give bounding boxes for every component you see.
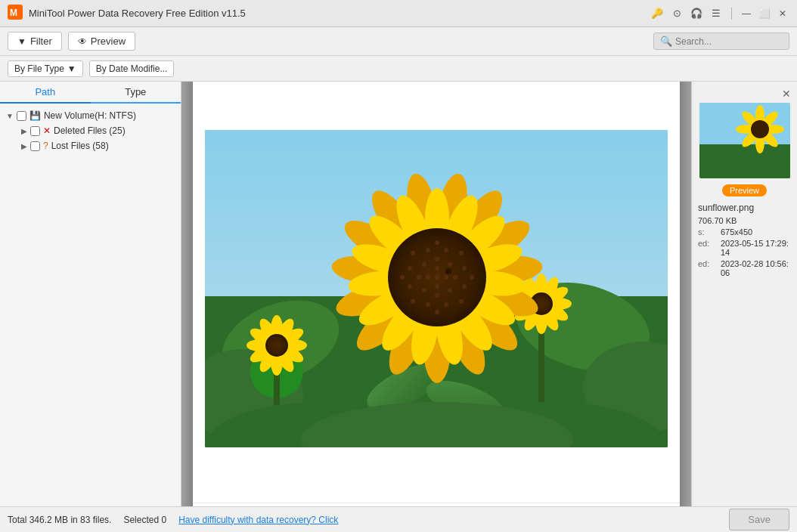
close-button[interactable]: ✕ xyxy=(776,7,789,20)
preview-created: 2023-05-15 17:29:14 xyxy=(721,239,791,257)
filter-label: Filter xyxy=(30,36,52,47)
circle-icon[interactable]: ⊙ xyxy=(669,6,684,21)
preview-filesize-row: 706.70 KB xyxy=(698,216,791,225)
main-toolbar: ▼ Filter 👁 Preview 🔍 xyxy=(0,27,797,56)
deleted-checkbox[interactable] xyxy=(30,126,40,136)
by-file-type-label: By File Type xyxy=(14,63,64,74)
preview-filesize: 706.70 KB xyxy=(698,216,737,225)
content-area: sunflower.png ⬜ ✕ xyxy=(181,82,797,506)
modal-overlay: sunflower.png ⬜ ✕ xyxy=(181,82,691,506)
drive-icon: 💾 xyxy=(29,110,41,121)
lost-checkbox[interactable] xyxy=(30,141,40,151)
search-input[interactable] xyxy=(675,36,781,47)
tab-path[interactable]: Path xyxy=(0,82,91,104)
svg-point-94 xyxy=(426,248,430,252)
sidebar: Path Type ▼ 💾 New Volume(H: NTFS) ▶ ✕ De… xyxy=(0,82,181,506)
svg-point-91 xyxy=(444,302,448,307)
main-area: Path Type ▼ 💾 New Volume(H: NTFS) ▶ ✕ De… xyxy=(0,82,797,506)
svg-point-95 xyxy=(470,275,474,280)
svg-point-76 xyxy=(426,275,430,280)
status-bar: Total 346.2 MB in 83 files. Selected 0 H… xyxy=(0,506,797,532)
menu-icon[interactable]: ☰ xyxy=(709,6,724,21)
total-text: Total 346.2 MB in 83 files. xyxy=(8,515,111,525)
svg-rect-107 xyxy=(699,103,790,144)
save-button[interactable]: Save xyxy=(729,509,789,530)
svg-point-97 xyxy=(435,310,439,314)
root-checkbox[interactable] xyxy=(17,111,26,121)
tab-type[interactable]: Type xyxy=(91,82,181,102)
preview-modified-row: ed: 2023-02-28 10:56:06 xyxy=(698,259,791,277)
svg-point-103 xyxy=(445,268,451,274)
preview-close-button[interactable]: ✕ xyxy=(782,88,791,100)
svg-point-88 xyxy=(408,284,412,289)
deleted-icon: ✕ xyxy=(43,125,51,136)
svg-point-100 xyxy=(411,299,415,304)
by-date-modified-label: By Date Modifie... xyxy=(96,63,168,74)
sunflower-image xyxy=(205,130,668,447)
selected-text: Selected 0 xyxy=(123,515,166,525)
tree-item-root[interactable]: ▼ 💾 New Volume(H: NTFS) xyxy=(3,108,178,123)
preview-created-label: ed: xyxy=(698,239,721,257)
svg-point-74 xyxy=(435,275,439,280)
app-title: MiniTool Power Data Recovery Free Editio… xyxy=(29,8,650,19)
app-logo: M xyxy=(8,5,23,22)
svg-point-93 xyxy=(444,248,448,252)
preview-created-row: ed: 2023-05-15 17:29:14 xyxy=(698,239,791,257)
preview-dimensions: 675x450 xyxy=(721,227,752,237)
svg-point-79 xyxy=(453,275,457,280)
modal-body xyxy=(193,82,680,503)
by-date-modified-dropdown[interactable]: By Date Modifie... xyxy=(89,60,175,77)
svg-point-117 xyxy=(751,120,769,138)
svg-point-86 xyxy=(422,262,426,267)
preview-info: sunflower.png 706.70 KB s: 675x450 ed: 2… xyxy=(698,203,791,280)
preview-panel: ✕ xyxy=(691,82,797,506)
svg-point-101 xyxy=(459,251,464,255)
right-panel: sunflower.png ⬜ ✕ xyxy=(181,82,691,506)
minimize-button[interactable]: — xyxy=(740,7,753,20)
tree-item-deleted[interactable]: ▶ ✕ Deleted Files (25) xyxy=(18,123,178,138)
svg-point-89 xyxy=(462,266,467,271)
preview-modified-label: ed: xyxy=(698,259,721,277)
sidebar-tabs: Path Type xyxy=(0,82,181,104)
preview-modified: 2023-02-28 10:56:06 xyxy=(721,259,791,277)
lost-files-label: Lost Files (58) xyxy=(51,141,109,151)
svg-point-84 xyxy=(422,288,426,292)
svg-point-90 xyxy=(408,266,412,271)
svg-point-92 xyxy=(426,302,430,307)
preview-button[interactable]: 👁 Preview xyxy=(68,32,135,51)
preview-badge: Preview xyxy=(722,184,767,196)
headset-icon[interactable]: 🎧 xyxy=(689,6,704,21)
tree-arrow-icon: ▶ xyxy=(21,127,27,135)
svg-point-80 xyxy=(417,275,421,280)
filter-icon: ▼ xyxy=(17,36,26,47)
tree-subtree: ▶ ✕ Deleted Files (25) ▶ ? Lost Files (5… xyxy=(3,123,178,153)
svg-point-98 xyxy=(435,240,439,245)
svg-point-87 xyxy=(462,284,467,289)
svg-point-77 xyxy=(435,284,439,289)
preview-dimensions-row: s: 675x450 xyxy=(698,227,791,237)
svg-point-99 xyxy=(459,299,464,304)
filter-button[interactable]: ▼ Filter xyxy=(8,32,62,51)
key-icon[interactable]: 🔑 xyxy=(650,6,665,21)
maximize-button[interactable]: ⬜ xyxy=(758,7,771,20)
tree-item-lost[interactable]: ▶ ? Lost Files (58) xyxy=(18,138,178,153)
preview-thumbnail xyxy=(699,103,790,178)
svg-point-78 xyxy=(435,266,439,271)
svg-point-102 xyxy=(411,251,415,255)
svg-text:M: M xyxy=(10,8,17,18)
filter-toolbar: By File Type ▼ By Date Modifie... xyxy=(0,56,797,82)
preview-label: Preview xyxy=(91,36,126,47)
svg-point-25 xyxy=(265,334,288,357)
search-icon: 🔍 xyxy=(660,36,672,47)
help-link[interactable]: Have difficulty with data recovery? Clic… xyxy=(178,515,338,525)
sidebar-content: ▼ 💾 New Volume(H: NTFS) ▶ ✕ Deleted File… xyxy=(0,104,181,506)
svg-point-81 xyxy=(435,293,439,298)
preview-icon: 👁 xyxy=(78,36,87,47)
lost-icon: ? xyxy=(43,141,48,151)
preview-filename: sunflower.png xyxy=(698,203,791,213)
root-label: New Volume(H: NTFS) xyxy=(44,110,136,121)
title-bar: M MiniTool Power Data Recovery Free Edit… xyxy=(0,0,797,27)
preview-modal: sunflower.png ⬜ ✕ xyxy=(193,82,680,506)
tree-arrow-icon: ▼ xyxy=(6,112,14,120)
by-file-type-dropdown[interactable]: By File Type ▼ xyxy=(8,60,83,77)
